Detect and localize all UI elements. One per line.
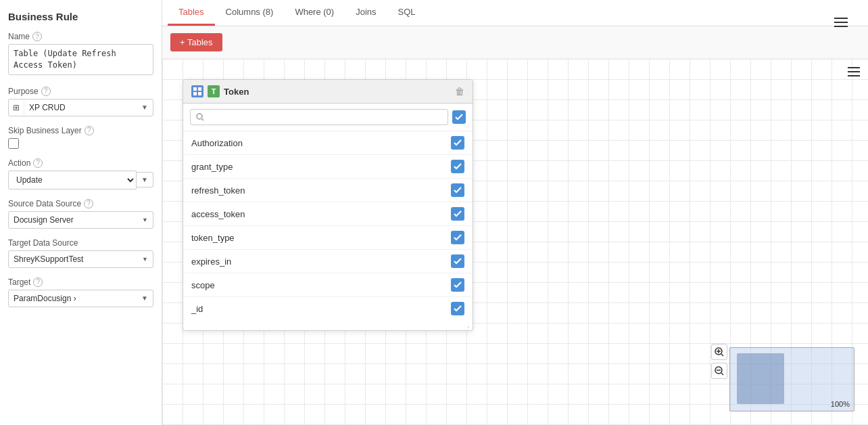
field-name: refresh_token [191, 185, 245, 196]
hamburger-menu[interactable] [829, 9, 853, 35]
zoom-in-button[interactable] [711, 344, 727, 360]
canvas-menu-button[interactable] [845, 64, 863, 79]
tab-joins[interactable]: Joins [345, 0, 387, 26]
add-tables-button[interactable]: + Tables [170, 33, 222, 51]
tab-columns[interactable]: Columns (8) [215, 0, 285, 26]
token-type-badge: T [208, 85, 220, 97]
action-info-icon[interactable]: ? [33, 158, 43, 168]
zoom-out-button[interactable] [711, 363, 727, 379]
search-input-wrapper [190, 109, 448, 125]
purpose-info-icon[interactable]: ? [41, 87, 51, 96]
list-item: token_type [183, 226, 473, 250]
action-chevron-icon[interactable]: ▼ [137, 172, 153, 187]
field-checkbox-2[interactable] [451, 183, 464, 197]
list-item: Authorization [183, 131, 473, 155]
purpose-field: ⊞ XP CRUD ▼ [8, 99, 153, 116]
list-item: expires_in [183, 250, 473, 273]
list-item: grant_type [183, 155, 473, 179]
toolbar: + Tables [162, 26, 868, 59]
list-item: scope [183, 273, 473, 297]
action-select[interactable]: Update [8, 171, 137, 189]
svg-point-4 [197, 114, 202, 119]
svg-rect-0 [193, 87, 197, 91]
sidebar: Business Rule Name ? Table (Update Refre… [0, 0, 162, 425]
svg-rect-1 [198, 87, 201, 91]
name-info-icon[interactable]: ? [32, 32, 42, 41]
svg-line-7 [721, 354, 723, 356]
purpose-value: XP CRUD [24, 99, 137, 116]
purpose-label: Purpose ? [8, 87, 153, 96]
delete-table-icon[interactable]: 🗑 [455, 86, 464, 97]
select-all-button[interactable] [452, 110, 466, 124]
minimap: 100% [729, 347, 854, 411]
target-value: ParamDocusign › [9, 290, 137, 307]
svg-line-5 [202, 119, 204, 121]
list-item: _id [183, 297, 473, 320]
svg-rect-2 [193, 92, 197, 95]
action-field: Update ▼ [8, 171, 153, 189]
field-name: grant_type [191, 162, 233, 172]
field-name: Authorization [191, 138, 243, 148]
field-name: token_type [191, 233, 235, 243]
purpose-chevron-icon[interactable]: ▼ [137, 100, 153, 114]
minimap-viewport [737, 353, 784, 404]
source-field[interactable]: Docusign Server [8, 211, 153, 229]
field-search-input[interactable] [204, 112, 442, 122]
svg-rect-3 [198, 92, 201, 95]
list-item: refresh_token [183, 179, 473, 202]
sidebar-title: Business Rule [8, 11, 153, 22]
source-select[interactable]: Docusign Server [8, 211, 153, 229]
search-icon [196, 113, 204, 121]
field-name: expires_in [191, 256, 231, 267]
token-card-title: Token [224, 87, 249, 97]
canvas-area: T Token 🗑 Authorization [162, 59, 868, 425]
tab-tables[interactable]: Tables [168, 0, 215, 26]
field-search-bar [183, 104, 473, 131]
main-area: Tables Columns (8) Where (0) Joins SQL +… [162, 0, 868, 425]
source-info-icon[interactable]: ? [84, 199, 93, 208]
field-checkbox-3[interactable] [451, 207, 464, 221]
tab-where[interactable]: Where (0) [284, 0, 345, 26]
name-input[interactable]: Table (Update Refresh Access Token) [8, 44, 153, 75]
field-name: scope [191, 280, 215, 290]
field-name: access_token [191, 209, 245, 219]
name-label: Name ? [8, 32, 153, 41]
action-label: Action ? [8, 158, 153, 168]
target-info-icon[interactable]: ? [33, 277, 43, 287]
resize-handle[interactable]: ⌟ [183, 320, 473, 330]
token-card-header: T Token 🗑 [183, 80, 473, 104]
field-checkbox-1[interactable] [451, 160, 464, 173]
zoom-controls [711, 344, 727, 379]
target-field-label: Target ? [8, 277, 153, 287]
tabs-bar: Tables Columns (8) Where (0) Joins SQL [162, 0, 868, 26]
field-checkbox-4[interactable] [451, 231, 464, 244]
skip-checkbox[interactable] [8, 138, 19, 149]
skip-label: Skip Business Layer ? [8, 126, 153, 135]
tab-sql[interactable]: SQL [387, 0, 427, 26]
target-ds-select[interactable]: ShreyKSupportTest [8, 250, 153, 268]
zoom-level-label: 100% [831, 400, 850, 408]
field-checkbox-5[interactable] [451, 254, 464, 268]
source-label: Source Data Source ? [8, 199, 153, 208]
target-chevron-icon[interactable]: ▼ [137, 291, 153, 305]
field-checkbox-7[interactable] [451, 302, 464, 315]
field-name: _id [191, 304, 203, 314]
field-checkbox-0[interactable] [451, 136, 464, 150]
token-card: T Token 🗑 Authorization [183, 79, 473, 331]
target-input-field: ParamDocusign › ▼ [8, 290, 153, 307]
purpose-icon: ⊞ [9, 99, 24, 116]
list-item: access_token [183, 202, 473, 226]
skip-info-icon[interactable]: ? [85, 126, 94, 135]
target-ds-field[interactable]: ShreyKSupportTest [8, 250, 153, 268]
field-checkbox-6[interactable] [451, 278, 464, 292]
svg-line-11 [721, 373, 723, 375]
fields-list: Authorization grant_type refresh_token a… [183, 131, 473, 320]
target-ds-label: Target Data Source [8, 238, 153, 248]
table-grid-icon [191, 85, 203, 97]
